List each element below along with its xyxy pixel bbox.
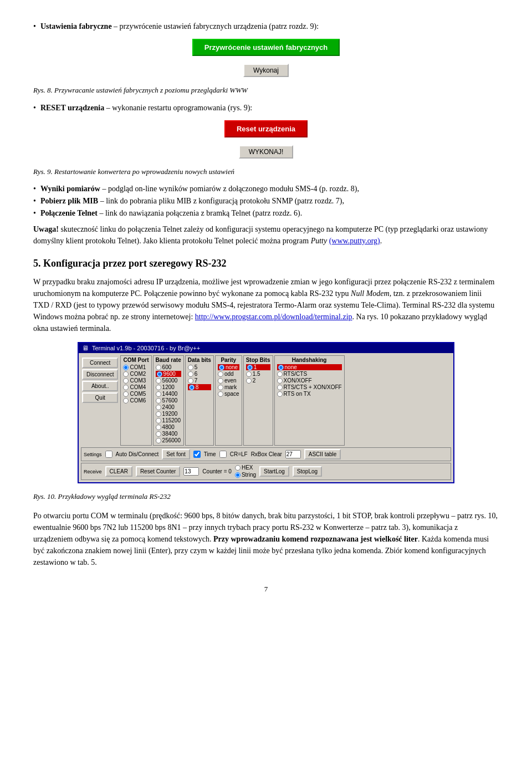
baud1200-row: 1200 [156,384,181,390]
green-button-block: Przywrócenie ustawień fabrycznych [33,39,499,56]
hex-row: HEX [235,464,256,471]
data5-radio[interactable] [188,365,193,370]
stoplog-button[interactable]: StopLog [293,466,322,477]
com2-label: COM2 [130,371,146,377]
reset-counter-button[interactable]: Reset Counter [136,466,180,477]
terminal-window-block: 🖥 Terminal v1.9b - 20030716 - by Br@y++ … [33,342,499,483]
hs-both-radio[interactable] [277,385,283,390]
terminal-left-buttons: Connect Disconnect About.. Quit [81,355,119,446]
data8-row: 8 [188,384,211,390]
data6-row: 6 [188,371,211,377]
stop1-row: 1 [246,364,270,370]
baud4800-radio[interactable] [156,425,161,430]
com-port-label: COM Port [123,357,149,363]
counter-value-input[interactable] [183,467,199,476]
data6-radio[interactable] [188,371,193,377]
baud115200-radio[interactable] [156,418,161,423]
parity-odd-radio[interactable] [218,371,223,377]
reset-button[interactable]: Reset urządzenia [224,120,308,137]
wykonaj-button-block: Wykonaj [33,64,499,77]
crlf-label: CR=LF [230,451,248,457]
time-label: Time [204,451,216,457]
parity-space-label: space [224,391,239,397]
disconnect-button[interactable]: Disconnect [82,369,118,380]
baud2400-radio[interactable] [156,405,161,410]
stop2-radio[interactable] [246,378,252,384]
bullet-pobierz-text: Pobierz plik MIB – link do pobrania plik… [40,197,344,206]
data-bits-group: Data bits 5 6 7 8 [185,355,214,446]
hs-rtscts-radio[interactable] [277,371,283,377]
baud56000-radio[interactable] [156,378,161,384]
baud38400-radio[interactable] [156,431,161,437]
przywrocenie-button[interactable]: Przywrócenie ustawień fabrycznych [192,39,340,56]
handshaking-label: Handshaking [277,357,342,363]
bullet-reset-text: RESET urządzenia – wykonanie restartu op… [40,104,252,113]
com5-radio[interactable] [123,391,129,397]
putty-url[interactable]: (www.putty.org) [329,237,380,245]
stop1-radio[interactable] [247,365,253,370]
parity-space-radio[interactable] [218,391,223,397]
data7-row: 7 [188,377,211,384]
wykonaj-button[interactable]: Wykonaj [243,64,289,77]
red-button-block: Reset urządzenia [33,120,499,137]
hs-rtson-row: RTS on TX [277,391,342,397]
parity-none-label: none [226,364,238,370]
hs-xon-radio[interactable] [277,378,283,384]
uwaga-paragraph: Uwaga! skuteczność linku do połączenia T… [33,223,499,247]
baud9600-label: 9600 [163,371,176,377]
baud-rate-group: Baud rate 600 9600 56000 1200 14400 5760… [153,355,184,446]
parity-mark-radio[interactable] [218,385,223,390]
parity-even-radio[interactable] [218,378,223,384]
parity-even-label: even [224,377,237,384]
baud38400-row: 38400 [156,431,181,437]
hs-xon-row: XON/XOFF [277,377,342,384]
crlf-check[interactable] [219,451,227,458]
parity-even-row: even [218,377,239,384]
connect-button[interactable]: Connect [82,358,118,368]
about-button[interactable]: About.. [82,381,118,391]
baud9600-radio[interactable] [157,371,162,377]
rxbox-value-input[interactable] [285,450,301,458]
baud600-radio[interactable] [156,365,161,370]
com2-radio[interactable] [123,371,129,377]
baud600-label: 600 [162,364,172,370]
com6-radio[interactable] [123,398,129,404]
baud19200-row: 19200 [156,411,181,417]
quit-button[interactable]: Quit [82,392,118,403]
set-font-button[interactable]: Set font [162,449,190,460]
hex-radio[interactable] [235,465,241,471]
baud57600-radio[interactable] [156,398,161,404]
com1-radio[interactable] [123,365,129,370]
parity-mark-row: mark [218,384,239,390]
time-check[interactable] [193,451,201,458]
com6-row: COM6 [123,397,149,404]
baud256000-radio[interactable] [156,438,161,443]
terminal-settings: COM Port COM1 COM2 COM3 COM4 COM5 COM6 B… [120,355,451,446]
parity-none-radio[interactable] [219,365,224,370]
hs-rtson-radio[interactable] [277,391,283,397]
com3-row: COM3 [123,377,149,384]
data7-radio[interactable] [188,378,193,384]
terminal-url[interactable]: http://www.progstar.com.pl/download/term… [195,313,352,321]
baud14400-radio[interactable] [156,391,161,397]
caption-8: Rys. 8. Przywracanie ustawień fabrycznyc… [33,85,499,96]
data8-label: 8 [196,384,199,390]
baud1200-radio[interactable] [156,385,161,390]
com6-label: COM6 [130,397,146,404]
auto-disconnect-check[interactable] [105,451,112,458]
wykonajbang-button[interactable]: WYKONAJ! [239,145,294,159]
clear-button[interactable]: CLEAR [105,466,132,477]
wykonajbang-button-block: WYKONAJ! [33,145,499,159]
string-radio[interactable] [235,472,241,478]
hs-none-radio[interactable] [278,365,284,370]
com3-radio[interactable] [123,378,129,384]
rxbox-clear-label: RxBox Clear [251,451,282,457]
data-bits-label: Data bits [188,357,211,363]
startlog-button[interactable]: StartLog [259,466,289,477]
baud19200-radio[interactable] [156,411,161,417]
ascii-table-button[interactable]: ASCII table [304,449,341,460]
data8-radio[interactable] [189,385,195,390]
baud1200-label: 1200 [162,384,175,390]
com4-radio[interactable] [123,385,129,390]
stop15-radio[interactable] [246,371,252,377]
